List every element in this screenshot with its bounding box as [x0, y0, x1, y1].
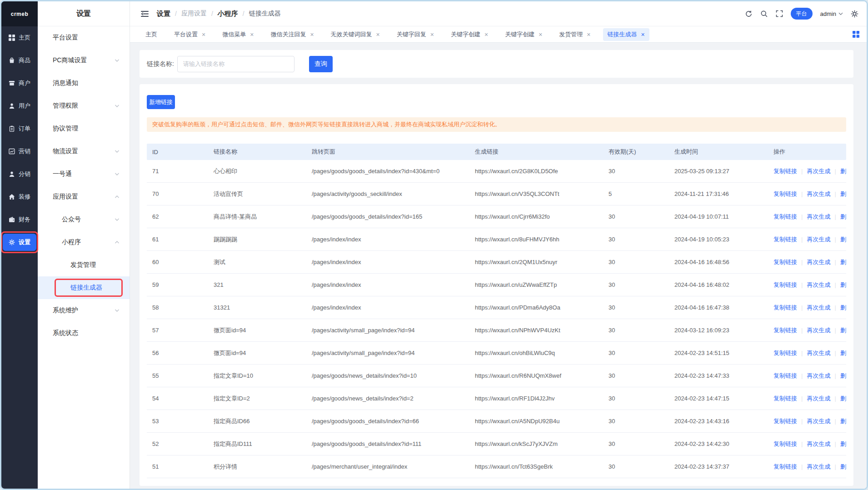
leftnav-item-marketing[interactable]: 营销 — [1, 140, 38, 163]
copy-link-action[interactable]: 复制链接 — [773, 168, 797, 175]
regenerate-action[interactable]: 再次生成 — [807, 259, 830, 265]
copy-link-action[interactable]: 复制链接 — [773, 463, 797, 470]
sidebar-item-system-status[interactable]: 系统状态 — [38, 322, 130, 345]
tab-invalid-keyword-reply[interactable]: 无效关键词回复× — [326, 28, 384, 41]
copy-link-action[interactable]: 复制链接 — [773, 372, 797, 379]
delete-action[interactable]: 删除 — [840, 190, 846, 197]
leftnav-item-finance[interactable]: 财务 — [1, 208, 38, 231]
tab-close-icon[interactable]: × — [641, 31, 645, 38]
regenerate-action[interactable]: 再次生成 — [807, 304, 830, 311]
leftnav-item-order[interactable]: 订单 — [1, 117, 38, 140]
tab-platform-settings[interactable]: 平台设置× — [170, 28, 210, 41]
breadcrumb-item[interactable]: 设置 — [157, 10, 170, 18]
delete-action[interactable]: 删除 — [840, 372, 846, 379]
delete-action[interactable]: 删除 — [840, 350, 846, 356]
regenerate-action[interactable]: 再次生成 — [807, 327, 830, 334]
tab-close-icon[interactable]: × — [202, 31, 205, 38]
delete-action[interactable]: 删除 — [840, 418, 846, 425]
leftnav-item-user[interactable]: 用户 — [1, 95, 38, 117]
sidebar-item-admin-permissions[interactable]: 管理权限 — [38, 95, 130, 117]
regenerate-action[interactable]: 再次生成 — [807, 372, 830, 379]
sidebar-item-one-pass[interactable]: 一号通 — [38, 163, 130, 185]
search-icon[interactable] — [760, 10, 768, 18]
sidebar-item-logistics[interactable]: 物流设置 — [38, 140, 130, 163]
tab-close-icon[interactable]: × — [376, 31, 380, 38]
copy-link-action[interactable]: 复制链接 — [773, 213, 797, 220]
sidebar-item-app-settings[interactable]: 应用设置 — [38, 185, 130, 208]
search-button[interactable]: 查询 — [309, 56, 333, 72]
sidebar-item-platform-settings[interactable]: 平台设置 — [38, 26, 130, 49]
delete-action[interactable]: 删除 — [840, 304, 846, 311]
leftnav-item-merchant[interactable]: 商户 — [1, 72, 38, 95]
user-menu[interactable]: admin — [820, 10, 843, 17]
tab-close-icon[interactable]: × — [587, 31, 590, 38]
regenerate-action[interactable]: 再次生成 — [807, 350, 830, 356]
copy-link-action[interactable]: 复制链接 — [773, 304, 797, 311]
sidebar-item-system-maintain[interactable]: 系统维护 — [38, 299, 130, 322]
tab-close-icon[interactable]: × — [484, 31, 488, 38]
regenerate-action[interactable]: 再次生成 — [807, 281, 830, 288]
tab-wechat-follow-reply[interactable]: 微信关注回复× — [266, 28, 318, 41]
regenerate-action[interactable]: 再次生成 — [807, 190, 830, 197]
delete-action[interactable]: 删除 — [840, 440, 846, 447]
tab-layout-grid-icon[interactable] — [853, 31, 859, 38]
regenerate-action[interactable]: 再次生成 — [807, 168, 830, 175]
delete-action[interactable]: 删除 — [840, 327, 846, 334]
tab-delivery[interactable]: 发货管理× — [554, 28, 595, 41]
breadcrumb-item[interactable]: 小程序 — [218, 10, 238, 18]
sidebar-item-official-account[interactable]: 公众号 — [38, 208, 130, 231]
leftnav-item-decorate[interactable]: 装修 — [1, 185, 38, 208]
copy-link-action[interactable]: 复制链接 — [773, 350, 797, 356]
copy-link-action[interactable]: 复制链接 — [773, 418, 797, 425]
breadcrumb-item[interactable]: 应用设置 — [181, 10, 207, 18]
sidebar-item-mini-program[interactable]: 小程序 — [38, 231, 130, 254]
delete-action[interactable]: 删除 — [840, 395, 846, 402]
regenerate-action[interactable]: 再次生成 — [807, 213, 830, 220]
tab-keyword-create-2[interactable]: 关键字创建× — [500, 28, 547, 41]
tab-wechat-menu[interactable]: 微信菜单× — [218, 28, 258, 41]
regenerate-action[interactable]: 再次生成 — [807, 236, 830, 243]
sidebar-item-link-generator[interactable]: 链接生成器 — [38, 276, 130, 299]
add-link-button[interactable]: 新增链接 — [147, 95, 175, 109]
tab-home[interactable]: 主页 — [141, 28, 162, 41]
settings-gear-icon[interactable] — [851, 10, 858, 18]
delete-action[interactable]: 删除 — [840, 463, 846, 470]
delete-action[interactable]: 删除 — [840, 168, 846, 175]
leftnav-item-goods[interactable]: 商品 — [1, 49, 38, 72]
delete-action[interactable]: 删除 — [840, 213, 846, 220]
copy-link-action[interactable]: 复制链接 — [773, 281, 797, 288]
tab-keyword-create[interactable]: 关键字创建× — [446, 28, 493, 41]
copy-link-action[interactable]: 复制链接 — [773, 327, 797, 334]
delete-action[interactable]: 删除 — [840, 259, 846, 265]
copy-link-action[interactable]: 复制链接 — [773, 190, 797, 197]
tab-close-icon[interactable]: × — [539, 31, 542, 38]
copy-link-action[interactable]: 复制链接 — [773, 395, 797, 402]
sidebar-item-pc-mall-settings[interactable]: PC商城设置 — [38, 49, 130, 72]
sidebar-item-delivery[interactable]: 发货管理 — [38, 254, 130, 276]
link-name-input[interactable] — [177, 56, 294, 72]
regenerate-action[interactable]: 再次生成 — [807, 463, 830, 470]
breadcrumb-item[interactable]: 链接生成器 — [249, 10, 281, 18]
regenerate-action[interactable]: 再次生成 — [807, 395, 830, 402]
tab-keyword-reply[interactable]: 关键字回复× — [392, 28, 439, 41]
regenerate-action[interactable]: 再次生成 — [807, 440, 830, 447]
tab-close-icon[interactable]: × — [430, 31, 434, 38]
menu-collapse-icon[interactable] — [141, 10, 149, 17]
copy-link-action[interactable]: 复制链接 — [773, 236, 797, 243]
workspace-badge[interactable]: 平台 — [791, 8, 813, 20]
tab-link-generator[interactable]: 链接生成器× — [603, 28, 649, 41]
leftnav-item-home[interactable]: 主页 — [1, 26, 38, 49]
delete-action[interactable]: 删除 — [840, 281, 846, 288]
fullscreen-icon[interactable] — [776, 10, 783, 17]
delete-action[interactable]: 删除 — [840, 236, 846, 243]
copy-link-action[interactable]: 复制链接 — [773, 440, 797, 447]
leftnav-item-distribution[interactable]: 分销 — [1, 163, 38, 185]
leftnav-item-settings[interactable]: 设置 — [1, 231, 38, 254]
tab-close-icon[interactable]: × — [250, 31, 254, 38]
tab-close-icon[interactable]: × — [310, 31, 314, 38]
copy-link-action[interactable]: 复制链接 — [773, 259, 797, 265]
refresh-icon[interactable] — [745, 10, 753, 18]
sidebar-item-agreement[interactable]: 协议管理 — [38, 117, 130, 140]
sidebar-item-message-notify[interactable]: 消息通知 — [38, 72, 130, 95]
regenerate-action[interactable]: 再次生成 — [807, 418, 830, 425]
